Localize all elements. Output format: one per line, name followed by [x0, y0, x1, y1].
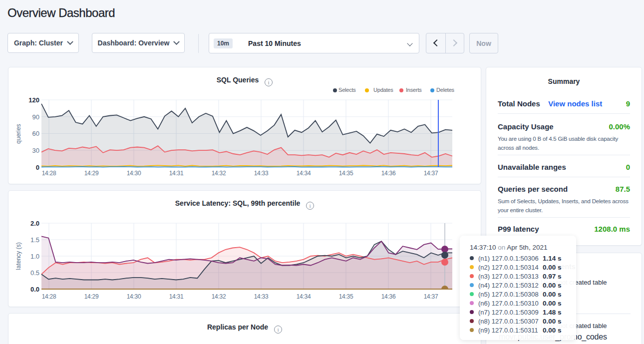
svg-text:14:36: 14:36 — [381, 170, 396, 177]
svg-text:2.0: 2.0 — [30, 220, 39, 227]
svg-text:14:29: 14:29 — [84, 293, 99, 300]
svg-text:14:30: 14:30 — [127, 170, 141, 177]
svg-text:14:36: 14:36 — [381, 293, 396, 300]
svg-text:14:30: 14:30 — [127, 293, 141, 300]
svg-text:queries: queries — [15, 124, 22, 143]
svg-text:14:28: 14:28 — [42, 293, 56, 300]
svg-text:120: 120 — [28, 96, 39, 104]
svg-text:14:32: 14:32 — [212, 293, 226, 300]
svg-text:14:31: 14:31 — [169, 293, 184, 300]
svg-text:60: 60 — [32, 130, 39, 137]
svg-text:14:31: 14:31 — [169, 170, 184, 177]
svg-text:14:33: 14:33 — [254, 170, 269, 177]
svg-text:14:37: 14:37 — [424, 170, 438, 177]
svg-text:90: 90 — [32, 113, 39, 121]
svg-text:30: 30 — [32, 147, 39, 154]
svg-text:14:34: 14:34 — [297, 293, 311, 300]
svg-text:14:35: 14:35 — [339, 293, 353, 300]
svg-text:14:29: 14:29 — [84, 170, 99, 177]
svg-text:14:35: 14:35 — [339, 170, 353, 177]
svg-text:latency (s): latency (s) — [15, 242, 22, 270]
svg-text:0: 0 — [36, 164, 39, 171]
svg-text:0.5: 0.5 — [30, 269, 39, 277]
svg-text:0.0: 0.0 — [30, 286, 39, 293]
svg-text:14:32: 14:32 — [212, 170, 226, 177]
svg-text:14:37: 14:37 — [424, 293, 438, 300]
svg-text:1.5: 1.5 — [30, 236, 39, 244]
svg-text:14:28: 14:28 — [42, 170, 56, 177]
svg-text:1.0: 1.0 — [30, 253, 39, 260]
svg-text:14:34: 14:34 — [297, 170, 311, 177]
svg-text:14:33: 14:33 — [254, 293, 269, 300]
